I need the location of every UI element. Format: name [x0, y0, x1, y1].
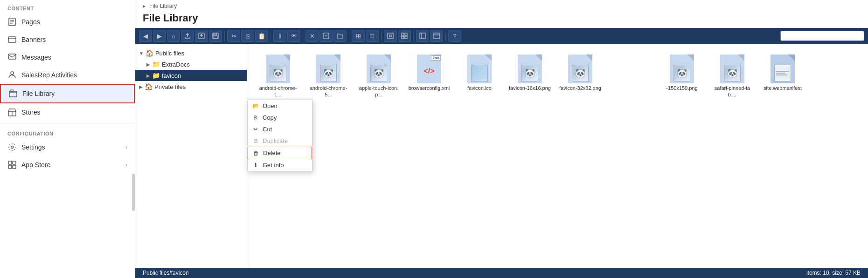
- svg-rect-6: [8, 54, 16, 59]
- banner-icon: [7, 35, 17, 44]
- sidebar-item-stores[interactable]: Stores: [0, 103, 135, 121]
- context-menu-cut[interactable]: ✂ Cut: [248, 123, 312, 135]
- context-menu-copy[interactable]: ⎘ Copy: [248, 112, 312, 123]
- context-menu-delete-label: Delete: [263, 149, 281, 156]
- message-icon: [7, 53, 17, 62]
- file-icon-android-chrome-1: 🐼: [264, 55, 292, 83]
- file-icon-favicon-ico: [465, 55, 493, 83]
- sidebar-item-salesrep[interactable]: SalesRep Activities: [0, 66, 135, 84]
- file-item-favicon-16[interactable]: 🐼 favicon-16x16.png: [507, 51, 553, 102]
- duplicate-icon: ⧉: [252, 138, 259, 144]
- file-item-safari-pinned[interactable]: 🐼 safari-pinned-tab....: [709, 51, 756, 102]
- sidebar-item-file-library[interactable]: File Library: [0, 84, 135, 103]
- tree-label-favicon: favicon: [162, 72, 181, 79]
- file-name-android-chrome-5: android-chrome-5...: [307, 85, 350, 98]
- tree-folder-icon-favicon: 📁: [152, 72, 160, 79]
- file-name-webmanifest: site.webmanifest: [764, 85, 802, 91]
- file-icon-android-chrome-5: 🐼: [314, 55, 342, 83]
- tree-arrow-public: ▼: [139, 51, 144, 56]
- context-menu-delete[interactable]: 🗑 Delete: [248, 147, 312, 159]
- file-item-webmanifest[interactable]: site.webmanifest: [759, 51, 806, 102]
- svg-rect-8: [9, 91, 17, 97]
- folder-button[interactable]: [333, 30, 347, 42]
- sidebar-item-pages[interactable]: Pages: [0, 13, 135, 31]
- content-section-label: CONTENT: [0, 0, 135, 13]
- sidebar-item-settings[interactable]: Settings ›: [0, 138, 135, 156]
- panel-button[interactable]: [416, 30, 429, 42]
- file-item-browserconfig[interactable]: xml </> browserconfig.xml: [406, 51, 452, 102]
- delete-tb-button[interactable]: ✕: [306, 30, 319, 42]
- help-button[interactable]: ?: [448, 30, 461, 42]
- toolbar: ◀ ▶ ⌂ ✂ ⎘ 📋 ℹ 👁 ✕ ⊞ ☰: [135, 28, 868, 44]
- toolbar-sep-6: [413, 31, 414, 41]
- toolbar-sep-2: [271, 31, 271, 41]
- toolbar-sep-4: [349, 31, 349, 41]
- preview-button[interactable]: 👁: [287, 30, 300, 42]
- svg-rect-31: [434, 33, 439, 39]
- breadcrumb: ▸ File Library: [135, 0, 868, 10]
- tree-item-public-files[interactable]: ▼ 🏠 Public files: [135, 47, 247, 59]
- breadcrumb-parent: File Library: [149, 3, 177, 9]
- upload-button[interactable]: [181, 30, 194, 42]
- sidebar-item-messages[interactable]: Messages: [0, 48, 135, 66]
- cut-button[interactable]: ✂: [227, 30, 240, 42]
- save-button[interactable]: [209, 30, 222, 42]
- copy-button[interactable]: ⎘: [241, 30, 254, 42]
- context-menu-open[interactable]: 📂 Open: [248, 100, 312, 112]
- toolbar-sep-3: [303, 31, 303, 41]
- file-icon-safari-pinned: 🐼: [718, 55, 746, 83]
- svg-point-7: [11, 72, 14, 75]
- sidebar-item-banners-label: Banners: [21, 36, 127, 43]
- svg-point-12: [11, 146, 14, 149]
- sidebar-divider-1: [0, 123, 135, 123]
- resize-button[interactable]: [384, 30, 397, 42]
- file-item-android-chrome-5[interactable]: 🐼 android-chrome-5...: [305, 51, 352, 102]
- status-info: items: 10, size: 57 KB: [806, 270, 861, 276]
- context-menu-open-label: Open: [263, 102, 278, 109]
- status-path: Public files/favicon: [143, 270, 189, 276]
- tree-item-favicon[interactable]: ▶ 📁 favicon: [135, 70, 247, 81]
- sidebar-scrollbar[interactable]: [132, 174, 135, 211]
- list-view-button[interactable]: ☰: [366, 30, 379, 42]
- svg-rect-26: [405, 33, 407, 35]
- tree-item-private-files[interactable]: ▶ 🏠 Private files: [135, 81, 247, 92]
- store-icon: [7, 108, 17, 117]
- file-item-favicon-ico[interactable]: favicon.ico: [456, 51, 503, 102]
- file-item-150x150[interactable]: 🐼 -150x150.png: [659, 51, 705, 102]
- open-icon: 📂: [252, 103, 259, 109]
- svg-rect-19: [214, 33, 216, 35]
- sidebar-item-salesrep-label: SalesRep Activities: [21, 71, 127, 79]
- grid-view-button[interactable]: ⊞: [352, 30, 365, 42]
- file-icon-favicon-32: 🐼: [566, 55, 594, 83]
- panel2-button[interactable]: [430, 30, 443, 42]
- home-button[interactable]: ⌂: [167, 30, 180, 42]
- toolbar-search-input[interactable]: [780, 31, 864, 41]
- back-button[interactable]: ◀: [139, 30, 152, 42]
- file-item-apple-touch[interactable]: 🐼 apple-touch-icon.p...: [355, 51, 402, 102]
- upload2-button[interactable]: [195, 30, 208, 42]
- file-item-favicon-32[interactable]: 🐼 favicon-32x32.png: [557, 51, 604, 102]
- tree-panel: ▼ 🏠 Public files ▶ 📁 ExtraDocs ▶ 📁 favic…: [135, 44, 247, 268]
- context-menu-get-info[interactable]: ℹ Get info: [248, 159, 312, 171]
- tree-label-extradocs: ExtraDocs: [162, 61, 190, 68]
- tree-house-icon-public: 🏠: [146, 49, 153, 57]
- tree-item-extradocs[interactable]: ▶ 📁 ExtraDocs: [135, 59, 247, 70]
- file-name-favicon-32: favicon-32x32.png: [559, 85, 601, 91]
- resize2-button[interactable]: [398, 30, 411, 42]
- sidebar-item-banners[interactable]: Banners: [0, 31, 135, 48]
- context-menu-cut-label: Cut: [263, 126, 272, 133]
- cut2-button[interactable]: [319, 30, 333, 42]
- sidebar-item-stores-label: Stores: [21, 108, 127, 116]
- forward-button[interactable]: ▶: [153, 30, 166, 42]
- info-button[interactable]: ℹ: [273, 30, 286, 42]
- file-item-android-chrome-1[interactable]: 🐼 android-chrome-1...: [255, 51, 301, 102]
- sidebar-item-app-store[interactable]: App Store ›: [0, 156, 135, 174]
- page-title: File Library: [135, 10, 868, 28]
- file-browser: ▼ 🏠 Public files ▶ 📁 ExtraDocs ▶ 📁 favic…: [135, 44, 868, 268]
- salesrep-icon: [7, 70, 17, 80]
- svg-rect-20: [213, 36, 218, 38]
- paste-button[interactable]: 📋: [255, 30, 268, 42]
- file-name-android-chrome-1: android-chrome-1...: [257, 85, 299, 98]
- svg-rect-25: [402, 33, 404, 35]
- main-content: ▸ File Library File Library ◀ ▶ ⌂ ✂ ⎘ 📋 …: [135, 0, 868, 278]
